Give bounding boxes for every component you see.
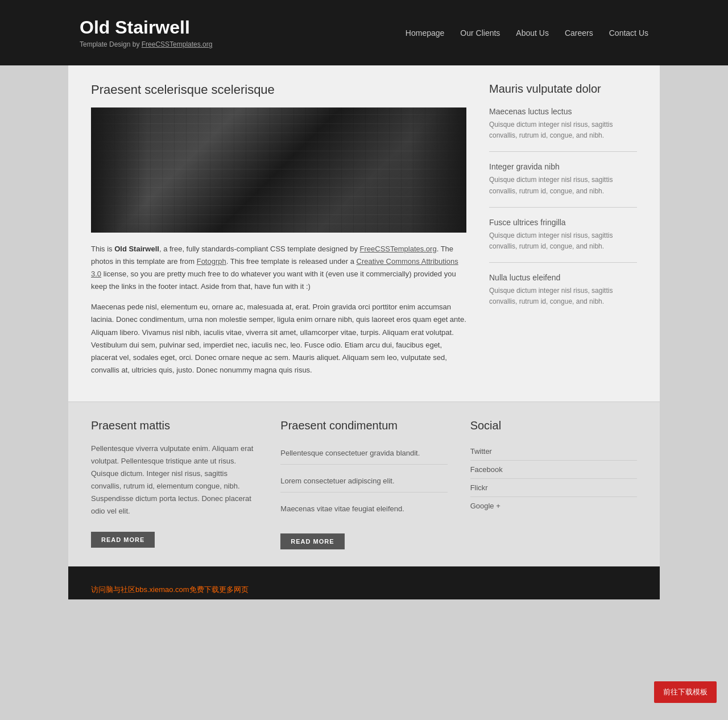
- freecss-link-body[interactable]: FreeCSSTemplates.org: [360, 245, 437, 253]
- footer-col-2-item-1: Pellentesque consectetuer gravida blandi…: [280, 442, 447, 465]
- freecss-link[interactable]: FreeCSSTemplates.org: [142, 40, 213, 48]
- main-nav: Homepage Our Clients About Us Careers Co…: [406, 28, 648, 38]
- social-twitter: Twitter: [470, 442, 637, 461]
- sidebar-item-1: Maecenas luctus lectus Quisque dictum in…: [489, 107, 637, 152]
- bottom-bar: [68, 566, 660, 580]
- nav-contact-us[interactable]: Contact Us: [609, 28, 648, 38]
- footer-col-2-heading: Praesent condimentum: [280, 419, 447, 432]
- sidebar-item-4: Nulla luctus eleifend Quisque dictum int…: [489, 273, 637, 317]
- footer-col-social: Social Twitter Facebook Flickr Google +: [470, 419, 637, 549]
- sidebar-item-2: Integer gravida nibh Quisque dictum inte…: [489, 162, 637, 207]
- watermark-text: 访问脑与社区bbs.xiemao.com免费下载更多网页: [91, 585, 249, 594]
- sidebar-item-4-text: Quisque dictum integer nisl risus, sagit…: [489, 285, 637, 307]
- intro-paragraph: This is Old Stairwell, a free, fully sta…: [91, 243, 466, 293]
- sidebar-item-2-title: Integer gravida nibh: [489, 162, 637, 171]
- site-subtitle: Template Design by FreeCSSTemplates.org: [80, 40, 212, 48]
- nav-homepage[interactable]: Homepage: [406, 28, 445, 38]
- main-heading: Praesent scelerisque scelerisque: [91, 82, 466, 97]
- social-flickr: Flickr: [470, 479, 637, 497]
- watermark: 访问脑与社区bbs.xiemao.com免费下载更多网页: [68, 580, 660, 599]
- main-content: Praesent scelerisque scelerisque This is…: [91, 82, 489, 384]
- footer-col-1-read-more[interactable]: READ MORE: [91, 532, 155, 548]
- footer-col-2-item-2: Lorem consectetuer adipiscing elit.: [280, 470, 447, 493]
- footer-col-1-heading: Praesent mattis: [91, 419, 258, 432]
- sidebar-item-1-text: Quisque dictum integer nisl risus, sagit…: [489, 119, 637, 141]
- sidebar-item-3-title: Fusce ultrices fringilla: [489, 218, 637, 227]
- nav-about-us[interactable]: About Us: [516, 28, 549, 38]
- sidebar-item-4-title: Nulla luctus eleifend: [489, 273, 637, 282]
- footer-col-1: Praesent mattis Pellentesque viverra vul…: [91, 419, 258, 549]
- nav-our-clients[interactable]: Our Clients: [460, 28, 500, 38]
- facebook-link[interactable]: Facebook: [470, 465, 503, 474]
- googleplus-link[interactable]: Google +: [470, 502, 500, 510]
- sidebar-item-3: Fusce ultrices fringilla Quisque dictum …: [489, 218, 637, 263]
- sidebar-item-2-text: Quisque dictum integer nisl risus, sagit…: [489, 175, 637, 196]
- footer-social-heading: Social: [470, 419, 637, 432]
- main-image: [91, 107, 466, 233]
- footer-col-2: Praesent condimentum Pellentesque consec…: [280, 419, 447, 549]
- cc-link[interactable]: Creative Commons Attributions 3.0: [91, 257, 458, 278]
- social-googleplus: Google +: [470, 497, 637, 515]
- footer-col-2-read-more[interactable]: READ MORE: [280, 533, 344, 549]
- flickr-link[interactable]: Flickr: [470, 483, 488, 492]
- sidebar-item-3-text: Quisque dictum integer nisl risus, sagit…: [489, 230, 637, 252]
- brand-name: Old Stairwell: [114, 245, 159, 253]
- twitter-link[interactable]: Twitter: [470, 447, 492, 456]
- nav-careers[interactable]: Careers: [565, 28, 593, 38]
- fotogrph-link[interactable]: Fotogrph: [197, 257, 226, 266]
- social-facebook: Facebook: [470, 461, 637, 479]
- site-branding: Old Stairwell Template Design by FreeCSS…: [80, 17, 212, 48]
- body-paragraph: Maecenas pede nisl, elementum eu, ornare…: [91, 301, 466, 376]
- sidebar-heading: Mauris vulputate dolor: [489, 82, 637, 96]
- site-title: Old Stairwell: [80, 17, 212, 38]
- footer-col-2-item-3: Maecenas vitae vitae feugiat eleifend.: [280, 498, 447, 520]
- social-links: Twitter Facebook Flickr Google +: [470, 442, 637, 515]
- sidebar: Mauris vulputate dolor Maecenas luctus l…: [489, 82, 637, 384]
- sidebar-item-1-title: Maecenas luctus lectus: [489, 107, 637, 116]
- footer-col-1-text: Pellentesque viverra vulputate enim. Ali…: [91, 442, 258, 518]
